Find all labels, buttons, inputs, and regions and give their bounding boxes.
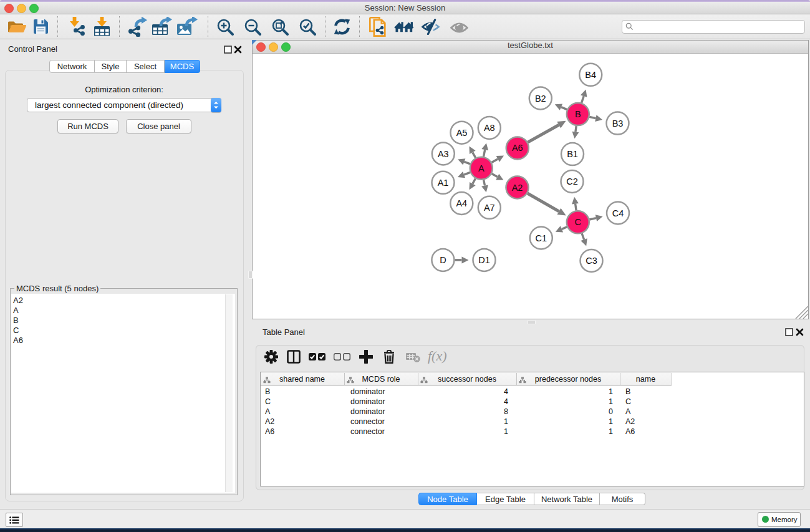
svg-text:A8: A8 — [484, 123, 495, 133]
svg-text:B: B — [575, 109, 581, 119]
svg-text:A4: A4 — [456, 198, 467, 208]
svg-text:B2: B2 — [535, 94, 546, 104]
svg-text:C: C — [575, 217, 581, 227]
svg-text:C1: C1 — [536, 233, 547, 243]
svg-text:A: A — [478, 163, 485, 173]
svg-text:A2: A2 — [512, 183, 523, 193]
svg-text:D: D — [440, 255, 446, 265]
svg-text:C3: C3 — [586, 256, 597, 266]
svg-text:C4: C4 — [612, 208, 624, 218]
svg-text:A6: A6 — [512, 143, 523, 153]
svg-text:C2: C2 — [566, 177, 578, 186]
svg-text:A3: A3 — [438, 149, 449, 159]
svg-text:D1: D1 — [478, 255, 490, 265]
svg-text:A5: A5 — [456, 128, 468, 138]
svg-text:A7: A7 — [484, 203, 495, 213]
svg-text:B3: B3 — [612, 118, 624, 128]
svg-text:B4: B4 — [585, 70, 596, 80]
svg-text:B1: B1 — [567, 149, 578, 159]
svg-text:A1: A1 — [438, 178, 449, 188]
